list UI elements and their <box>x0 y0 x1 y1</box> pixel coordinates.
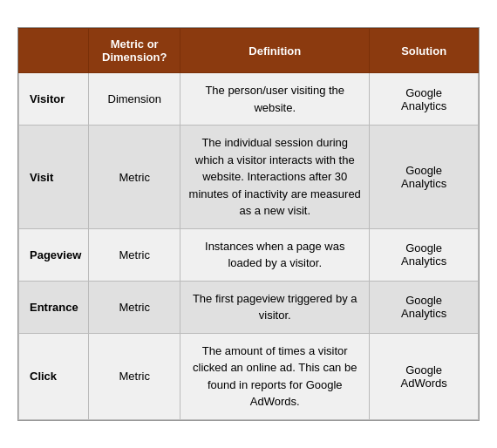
cell-term: Entrance <box>19 281 89 333</box>
cell-solution: GoogleAnalytics <box>370 281 479 333</box>
cell-term: Click <box>19 333 89 419</box>
header-metric-dimension: Metric orDimension? <box>89 29 180 73</box>
header-definition: Definition <box>180 29 370 73</box>
cell-type: Dimension <box>89 73 180 126</box>
header-term <box>19 29 89 73</box>
cell-solution: GoogleAnalytics <box>370 73 479 126</box>
main-table-wrapper: Metric orDimension? Definition Solution … <box>17 27 480 421</box>
cell-type: Metric <box>89 228 180 281</box>
cell-type: Metric <box>89 333 180 419</box>
cell-type: Metric <box>89 126 180 229</box>
cell-term: Visit <box>19 126 89 229</box>
table-header-row: Metric orDimension? Definition Solution <box>19 29 479 73</box>
table-row: ClickMetricThe amount of times a visitor… <box>19 333 479 419</box>
cell-definition: The person/user visiting the website. <box>180 73 370 126</box>
cell-definition: The individual session during which a vi… <box>180 126 370 229</box>
table-row: PageviewMetricInstances when a page was … <box>19 228 479 281</box>
cell-solution: GoogleAnalytics <box>370 228 479 281</box>
header-solution: Solution <box>370 29 479 73</box>
cell-definition: The amount of times a visitor clicked an… <box>180 333 370 419</box>
table-row: VisitMetricThe individual session during… <box>19 126 479 229</box>
cell-solution: GoogleAnalytics <box>370 126 479 229</box>
cell-term: Pageview <box>19 228 89 281</box>
metrics-table: Metric orDimension? Definition Solution … <box>18 28 479 420</box>
cell-term: Visitor <box>19 73 89 126</box>
table-row: EntranceMetricThe first pageview trigger… <box>19 281 479 333</box>
cell-solution: GoogleAdWords <box>370 333 479 419</box>
cell-type: Metric <box>89 281 180 333</box>
cell-definition: Instances when a page was loaded by a vi… <box>180 228 370 281</box>
table-row: VisitorDimensionThe person/user visiting… <box>19 73 479 126</box>
cell-definition: The first pageview triggered by a visito… <box>180 281 370 333</box>
